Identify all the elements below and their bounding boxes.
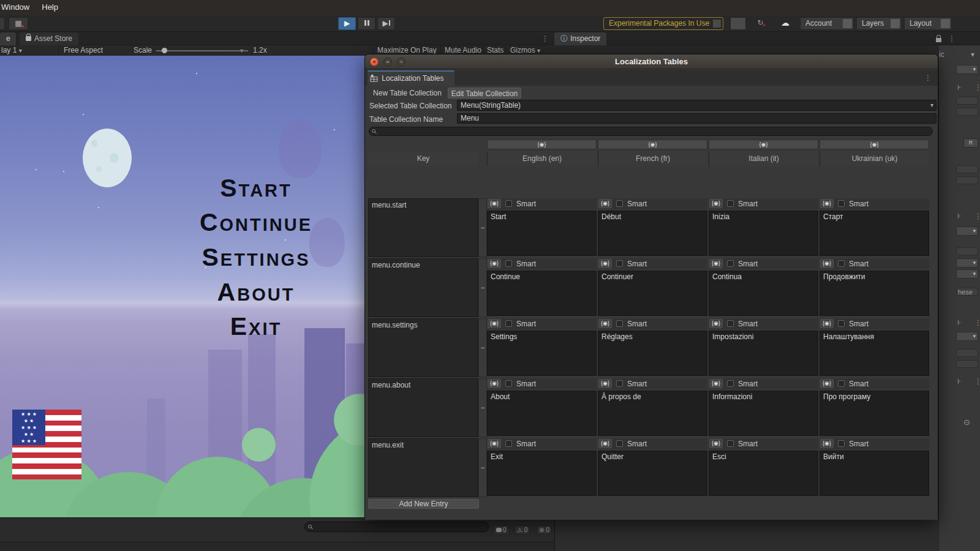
inspector-field[interactable] [956,360,978,368]
step-button[interactable]: ▶ [377,17,395,30]
game-panel-menu-icon[interactable]: ⋮ [541,34,549,43]
key-cell[interactable]: menu.about [368,378,478,437]
translation-value[interactable]: Continua [709,271,818,316]
game-menu-exit[interactable]: Exit [110,313,402,340]
grid-snap-icon[interactable]: ▦ [9,17,28,30]
translation-value[interactable]: Settings [487,331,597,376]
inspector-field[interactable] [956,108,978,116]
metadata-icon[interactable]: {◉} [709,199,723,208]
unknown-toolbar-button[interactable] [730,17,746,30]
account-dropdown[interactable]: Account [800,17,854,30]
metadata-icon[interactable]: {◉} [488,199,501,208]
translation-value[interactable]: Continue [487,271,597,316]
chevron-down-icon[interactable]: ▾ [971,50,974,59]
translation-value[interactable]: Esci [709,451,818,496]
inspector-field[interactable] [956,349,978,357]
inspector-field[interactable] [956,165,978,173]
table-search-input[interactable] [369,127,933,136]
locale-metadata-button[interactable]: {◉} [598,140,707,149]
smart-checkbox[interactable] [505,440,512,447]
metadata-icon[interactable]: {◉} [709,439,723,448]
translation-value[interactable]: Вийти [820,451,929,496]
smart-checkbox[interactable] [616,440,623,447]
translation-value[interactable]: About [487,391,597,436]
inspector-dropdown[interactable]: ▾ [956,227,978,236]
collab-sync-icon[interactable]: ↻× [752,17,772,30]
metadata-icon[interactable]: {◉} [598,199,612,208]
inspector-field[interactable] [956,247,978,255]
metadata-icon[interactable]: {◉} [488,259,501,268]
metadata-icon[interactable]: {◉} [598,259,612,268]
remove-entry-button[interactable]: − [479,463,486,472]
smart-checkbox[interactable] [505,200,512,207]
smart-checkbox[interactable] [727,320,734,327]
game-menu-start[interactable]: Start [110,174,402,201]
translation-value[interactable]: Réglages [598,331,707,376]
translation-value[interactable]: Quitter [598,451,707,496]
smart-checkbox[interactable] [616,380,623,387]
smart-checkbox[interactable] [616,260,623,267]
r-button[interactable]: R [963,138,978,148]
experimental-packages-badge[interactable]: Experimental Packages In Use [603,17,723,30]
preset-icon[interactable]: ⊙ [963,418,970,427]
cloud-icon[interactable]: ☁ [775,17,795,30]
edit-table-collection-button[interactable]: Edit Table Collection [448,88,521,99]
lock-icon[interactable] [936,35,941,43]
smart-checkbox[interactable] [727,380,734,387]
display-dropdown[interactable]: lay 1 ▾ [1,46,22,55]
metadata-icon[interactable]: {◉} [709,259,723,268]
remove-entry-button[interactable]: − [479,223,486,232]
table-collection-name-input[interactable]: Menu [457,113,937,124]
layout-dropdown[interactable]: Layout [904,17,952,30]
metadata-icon[interactable]: {◉} [598,439,612,448]
overflow-icon[interactable]: ⋮ [974,212,980,220]
maximize-icon[interactable]: ▫ [397,58,405,66]
translation-value[interactable]: Continuer [598,271,707,316]
console-log-count[interactable]: 0 [494,525,509,534]
translation-value[interactable]: Début [598,211,707,256]
smart-checkbox[interactable] [838,380,845,387]
console-warning-count[interactable]: ⚠ 0 [514,525,530,534]
smart-checkbox[interactable] [505,260,512,267]
translation-value[interactable]: Exit [487,451,597,496]
console-search-input[interactable] [304,522,489,532]
key-cell[interactable]: menu.exit [368,438,478,497]
inspector-dropdown[interactable]: ▾ [956,332,978,341]
tab-asset-store[interactable]: Asset Store [20,32,78,45]
smart-checkbox[interactable] [838,200,845,207]
locale-metadata-button[interactable]: {◉} [487,140,597,149]
game-menu-settings[interactable]: Settings [110,244,402,271]
translation-value[interactable]: Inizia [709,211,818,256]
tool-partial-button[interactable] [0,17,5,30]
smart-checkbox[interactable] [838,260,845,267]
inspector-dropdown[interactable]: ▾ [956,269,978,279]
locale-metadata-button[interactable]: {◉} [709,140,818,149]
metadata-icon[interactable]: {◉} [820,379,834,388]
menu-help[interactable]: Help [36,0,64,14]
smart-checkbox[interactable] [838,320,845,327]
remove-entry-button[interactable]: − [479,403,486,412]
close-icon[interactable]: × [370,58,379,66]
smart-checkbox[interactable] [727,260,734,267]
metadata-icon[interactable]: {◉} [820,439,834,448]
tab-localization-tables[interactable]: Localization Tables [368,70,454,86]
game-menu-continue[interactable]: Continue [110,209,402,236]
metadata-icon[interactable]: {◉} [820,319,834,328]
menu-window[interactable]: Window [0,0,36,14]
game-menu-about[interactable]: About [110,279,402,305]
overflow-icon[interactable]: ⋮ [974,318,980,327]
translation-value[interactable]: Start [487,211,597,256]
smart-checkbox[interactable] [616,320,623,327]
new-table-collection-button[interactable]: New Table Collection [368,88,447,99]
tab-inspector[interactable]: ⓘInspector [554,32,606,45]
inspector-field[interactable] [956,176,978,184]
metadata-icon[interactable]: {◉} [598,379,612,388]
scale-slider[interactable] [156,50,248,51]
key-cell[interactable]: menu.start [368,198,478,257]
key-cell[interactable]: menu.settings [368,318,478,377]
minimize-icon[interactable]: − [383,58,392,66]
smart-checkbox[interactable] [505,320,512,327]
metadata-icon[interactable]: {◉} [488,319,501,328]
smart-checkbox[interactable] [616,200,623,207]
key-cell[interactable]: menu.continue [368,258,478,317]
